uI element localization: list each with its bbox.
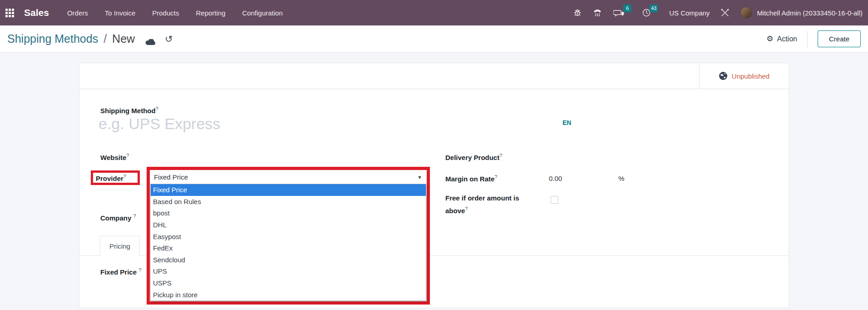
help-question-mark: ?	[133, 213, 136, 219]
free-if-amount-label-line1: Free if order amount is	[445, 194, 519, 202]
upload-arrow-glyph: ▲	[149, 36, 153, 40]
company-switcher[interactable]: US Company	[669, 9, 710, 17]
nav-item-configuration[interactable]: Configuration	[242, 9, 283, 17]
free-if-amount-label-line2: above?	[445, 206, 468, 215]
debug-bug-icon[interactable]	[573, 9, 582, 17]
nav-item-reporting[interactable]: Reporting	[196, 9, 225, 17]
control-panel: Shipping Methods / New ▲ ↺ ⚙ Action Crea…	[0, 25, 868, 53]
website-label: Website?	[100, 153, 129, 161]
fixed-price-label: Fixed Price ?	[100, 267, 141, 276]
percent-sign: %	[618, 175, 624, 182]
action-menu-button[interactable]: ⚙ Action	[766, 34, 797, 44]
provider-selected-value: Fixed Price	[154, 173, 188, 181]
language-badge[interactable]: EN	[562, 119, 571, 126]
help-question-mark: ?	[156, 106, 158, 111]
globe-icon	[719, 71, 728, 80]
breadcrumb-separator: /	[104, 32, 107, 45]
margin-on-rate-input[interactable]: 0.00	[549, 175, 562, 182]
help-question-mark: ?	[499, 153, 502, 158]
page-background: Unpublished Shipping Method? e.g. UPS Ex…	[0, 53, 868, 310]
breadcrumb-shipping-methods[interactable]: Shipping Methods	[7, 32, 98, 45]
dropdown-option-usps[interactable]: USPS	[151, 277, 426, 289]
breadcrumb: Shipping Methods / New ▲ ↺	[7, 32, 173, 45]
activities-clock-icon[interactable]: 43	[642, 8, 651, 17]
nav-item-orders[interactable]: Orders	[67, 9, 88, 17]
dropdown-option-easypost[interactable]: Easypost	[151, 230, 426, 242]
dropdown-option-dhl[interactable]: DHL	[151, 219, 426, 231]
dropdown-option-based-on-rules[interactable]: Based on Rules	[151, 196, 426, 208]
shipping-method-name-input[interactable]: e.g. UPS Express	[99, 115, 220, 133]
messages-count-badge: 6	[623, 5, 631, 12]
apps-grid-icon[interactable]	[5, 9, 14, 17]
nav-item-to-invoice[interactable]: To Invoice	[105, 9, 136, 17]
nav-item-products[interactable]: Products	[152, 9, 179, 17]
provider-label-annotation-box: Provider?	[91, 170, 140, 185]
form-status-bar: Unpublished	[79, 63, 789, 89]
dropdown-option-pickup-in-store[interactable]: Pickup in store	[151, 289, 426, 300]
dropdown-option-ups[interactable]: UPS	[151, 265, 426, 277]
action-label: Action	[777, 35, 797, 43]
user-avatar	[740, 7, 752, 19]
create-button[interactable]: Create	[818, 30, 861, 47]
breadcrumb-new: New	[112, 32, 135, 45]
user-name[interactable]: Mitchell Admin (20333450-16-0-all)	[757, 9, 863, 17]
activities-count-badge: 43	[650, 5, 658, 12]
unsaved-cloud-icon[interactable]: ▲	[145, 35, 157, 43]
app-name-sales[interactable]: Sales	[24, 7, 49, 18]
gear-icon: ⚙	[766, 34, 773, 44]
discard-undo-icon[interactable]: ↺	[165, 34, 173, 44]
provider-option-list: Fixed Price Based on Rules bpost DHL Eas…	[150, 184, 426, 301]
dropdown-option-fedex[interactable]: FedEx	[151, 242, 426, 254]
provider-label: Provider?	[96, 174, 126, 182]
messages-icon[interactable]: 6	[613, 8, 625, 17]
phone-icon[interactable]	[592, 8, 602, 17]
publish-status-label: Unpublished	[732, 72, 769, 80]
company-label: Company ?	[100, 213, 136, 222]
provider-select[interactable]: Fixed Price ▼	[150, 170, 426, 184]
chevron-down-icon: ▼	[417, 175, 422, 180]
dropdown-option-fixed-price[interactable]: Fixed Price	[151, 184, 426, 196]
shipping-method-label: Shipping Method?	[100, 106, 158, 115]
top-nav-bar: Sales Orders To Invoice Products Reporti…	[0, 0, 868, 25]
help-question-mark: ?	[138, 267, 141, 273]
form-sheet: Unpublished Shipping Method? e.g. UPS Ex…	[79, 63, 789, 308]
dropdown-option-bpost[interactable]: bpost	[151, 207, 426, 219]
toolbar-divider	[807, 31, 808, 47]
publish-toggle-button[interactable]: Unpublished	[699, 63, 789, 89]
help-question-mark: ?	[126, 153, 129, 158]
tab-pricing[interactable]: Pricing	[100, 236, 140, 256]
help-question-mark: ?	[465, 206, 468, 211]
help-question-mark: ?	[494, 174, 497, 180]
user-menu[interactable]	[740, 7, 752, 19]
provider-dropdown-annotation-box: Fixed Price ▼ Fixed Price Based on Rules…	[147, 167, 430, 305]
dropdown-option-sendcloud[interactable]: Sendcloud	[151, 254, 426, 266]
free-if-amount-checkbox[interactable]	[551, 196, 558, 204]
delivery-product-label: Delivery Product?	[445, 153, 502, 161]
margin-on-rate-label: Margin on Rate?	[445, 174, 497, 183]
tools-icon[interactable]	[720, 8, 730, 17]
help-question-mark: ?	[123, 174, 126, 179]
